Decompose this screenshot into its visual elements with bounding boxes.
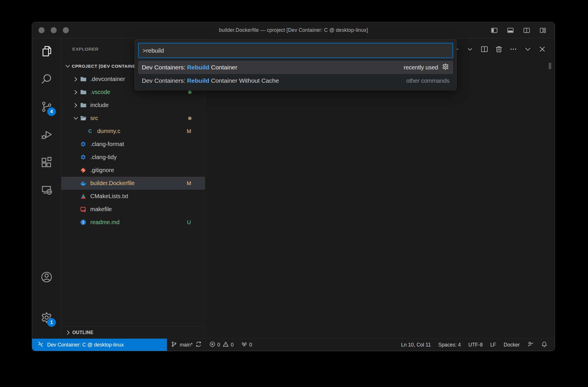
tree-item-.clang-tidy[interactable]: .clang-tidy (61, 151, 205, 164)
sidebar-item-accounts[interactable] (39, 270, 54, 285)
chevron-right-icon (72, 101, 80, 109)
git-status-badge: U (184, 219, 194, 226)
configure-keybinding-gear-icon[interactable] (442, 63, 449, 72)
indentation-indicator[interactable]: Spaces: 4 (435, 339, 465, 351)
eol-indicator[interactable]: LF (486, 339, 500, 351)
desktop-background: builder.Dockerfile — cproject [Dev Conta… (0, 0, 588, 387)
gear-file-icon (80, 154, 87, 161)
toggle-secondary-sidebar-icon[interactable] (522, 27, 531, 34)
tree-item-label: .gitignore (90, 167, 114, 174)
language-mode[interactable]: Docker (500, 339, 523, 351)
branch-label: main* (180, 342, 193, 348)
status-bar-right: Ln 10, Col 11 Spaces: 4 UTF-8 LF Docker (397, 339, 555, 351)
activity-bar: 4 1 (32, 38, 61, 338)
ports-indicator[interactable]: 0 (237, 339, 256, 351)
command-palette-input[interactable] (138, 43, 453, 58)
feedback-button[interactable] (523, 339, 537, 351)
remote-label: Dev Container: C @ desktop-linux (47, 342, 124, 348)
git-status-dot (188, 117, 192, 120)
customize-layout-icon[interactable] (539, 27, 547, 34)
notifications-button[interactable] (537, 339, 551, 351)
remote-indicator[interactable]: Dev Container: C @ desktop-linux (32, 339, 167, 351)
tree-item-cmakelists.txt[interactable]: CMakeLists.txt (61, 190, 205, 203)
tree-item-label: dummy.c (97, 128, 120, 134)
git-icon (80, 167, 87, 174)
chevron-spacer (72, 218, 80, 226)
tree-item-label: CMakeLists.txt (90, 193, 128, 200)
cursor-position[interactable]: Ln 10, Col 11 (397, 339, 435, 351)
outline-section-header[interactable]: OUTLINE (61, 326, 205, 338)
sidebar-item-remote-explorer[interactable] (39, 183, 54, 198)
chevron-right-icon (64, 329, 72, 337)
svg-text:C: C (88, 128, 92, 134)
makefile-icon (80, 206, 87, 213)
palette-result-0[interactable]: Dev Containers: Rebuild Containerrecentl… (138, 61, 453, 74)
problems-indicator[interactable]: 0 0 (205, 339, 237, 351)
tree-item-src[interactable]: src (61, 112, 205, 125)
indentation-label: Spaces: 4 (438, 342, 461, 348)
language-label: Docker (504, 342, 520, 348)
sidebar-item-run-debug[interactable] (39, 128, 54, 143)
toggle-primary-sidebar-icon[interactable] (490, 27, 499, 34)
tree-item-makefile[interactable]: makefile (61, 203, 205, 216)
sidebar-item-explorer[interactable] (39, 44, 54, 59)
tree-item-dummy.c[interactable]: Cdummy.cM (61, 125, 205, 138)
search-icon (40, 72, 53, 87)
split-terminal-icon[interactable] (479, 44, 489, 54)
debug-icon (40, 128, 53, 142)
error-icon (209, 341, 216, 349)
window-title: builder.Dockerfile — cproject [Dev Conta… (219, 27, 368, 33)
more-actions-icon[interactable] (508, 44, 518, 54)
git-status-badge: M (184, 180, 194, 187)
folder-icon (80, 76, 87, 82)
encoding-indicator[interactable]: UTF-8 (465, 339, 487, 351)
branch-indicator[interactable]: main* (167, 339, 205, 351)
toggle-panel-icon[interactable] (506, 27, 515, 34)
sidebar-item-search[interactable] (39, 72, 54, 87)
feedback-icon (527, 341, 534, 349)
tree-item-label: readme.md (90, 219, 120, 226)
title-bar: builder.Dockerfile — cproject [Dev Conta… (32, 22, 555, 38)
folder-icon (80, 102, 87, 108)
chevron-spacer (72, 140, 80, 148)
account-icon (40, 270, 53, 285)
hide-panel-icon[interactable] (523, 44, 533, 54)
window-controls (38, 22, 69, 38)
sidebar-item-manage[interactable]: 1 (39, 311, 54, 326)
tree-item-label: .clang-format (90, 141, 124, 148)
folder-open-icon (80, 115, 87, 121)
tree-item-.clang-format[interactable]: .clang-format (61, 138, 205, 151)
sidebar-item-source-control[interactable]: 4 (39, 100, 54, 115)
error-count: 0 (217, 342, 220, 348)
warning-count: 0 (231, 342, 234, 348)
palette-result-1[interactable]: Dev Containers: Rebuild Container Withou… (138, 74, 453, 87)
tree-item-label: src (90, 115, 98, 121)
folder-icon (80, 89, 87, 95)
tree-item-include[interactable]: include (61, 99, 205, 112)
terminal-dropdown-icon[interactable] (465, 44, 475, 54)
tree-item-.gitignore[interactable]: .gitignore (61, 164, 205, 177)
tree-item-readme.md[interactable]: readme.mdU (61, 216, 205, 229)
palette-result-label: Dev Containers: Rebuild Container Withou… (142, 77, 279, 84)
close-panel-icon[interactable] (537, 44, 547, 54)
warning-icon (223, 341, 229, 349)
scrollbar-thumb[interactable] (549, 63, 551, 69)
command-palette-results: Dev Containers: Rebuild Containerrecentl… (138, 61, 453, 87)
gear-file-icon (80, 141, 87, 148)
chevron-spacer (72, 179, 80, 187)
chevron-down-icon (64, 62, 72, 70)
tree-item-label: include (90, 102, 109, 108)
minimize-window-button[interactable] (51, 27, 57, 33)
manage-badge: 1 (47, 318, 56, 327)
status-bar: Dev Container: C @ desktop-linux main* 0… (32, 338, 555, 351)
close-window-button[interactable] (38, 27, 45, 33)
zoom-window-button[interactable] (63, 27, 69, 33)
chevron-spacer (72, 205, 80, 213)
kill-terminal-icon[interactable] (494, 44, 504, 54)
sidebar-item-extensions[interactable] (39, 155, 54, 170)
git-branch-icon (171, 341, 177, 349)
chevron-down-icon (72, 114, 80, 122)
tree-item-builder.dockerfile[interactable]: builder.DockerfileM (61, 177, 205, 190)
tree-item-label: makefile (90, 206, 112, 213)
source-control-badge: 4 (47, 107, 56, 116)
